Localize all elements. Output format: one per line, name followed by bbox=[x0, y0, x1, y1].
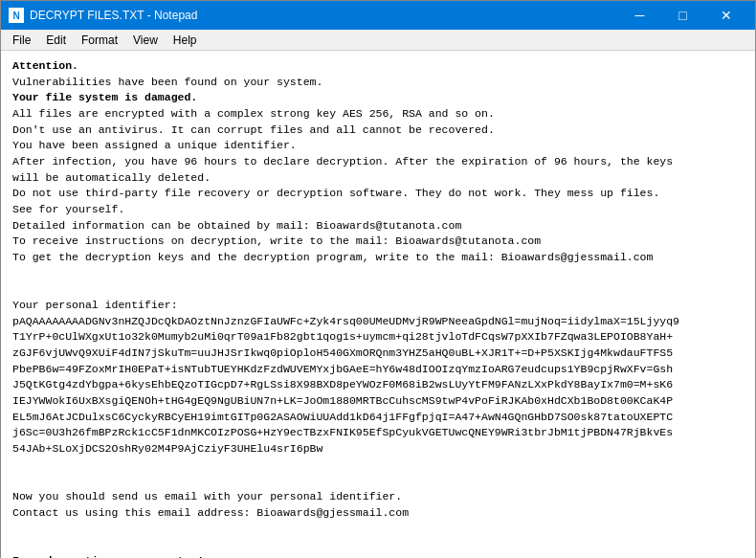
text-line: Now you should send us email with your p… bbox=[12, 489, 744, 505]
text-line: Do not use third-party file recovery or … bbox=[12, 186, 744, 202]
text-line: To get the decryption keys and the decry… bbox=[12, 250, 744, 266]
title-bar: N DECRYPT FILES.TXT - Notepad ─ □ ✕ bbox=[1, 1, 755, 30]
notepad-window: N DECRYPT FILES.TXT - Notepad ─ □ ✕ File… bbox=[0, 0, 756, 558]
text-line: IEJYWWokI6UxBXsgiQENOh+tHG4gEQ9NgUBiUN7n… bbox=[12, 393, 744, 410]
close-button[interactable]: ✕ bbox=[704, 1, 747, 30]
text-line: All files are encrypted with a complex s… bbox=[12, 106, 744, 123]
text-line: See for yourself. bbox=[12, 202, 744, 218]
text-line: Detailed information can be obtained by … bbox=[12, 218, 744, 234]
text-line: Attention. bbox=[12, 58, 744, 75]
text-line: j6Sc=0U3h26fmBPzRck1cC5F1dnMKCOIzPOSG+Hz… bbox=[12, 425, 744, 441]
text-line: PbePB6w=49FZoxMrIH0EPaT+isNTubTUEYHKdzFz… bbox=[12, 362, 744, 378]
text-line bbox=[12, 266, 744, 282]
text-line: Free decryption as guarantee! bbox=[12, 553, 744, 558]
text-line: You have been assigned a unique identifi… bbox=[12, 138, 744, 154]
text-line bbox=[12, 537, 744, 553]
text-line: Vulnerabilities have been found on your … bbox=[12, 75, 744, 91]
title-bar-left: N DECRYPT FILES.TXT - Notepad bbox=[9, 8, 197, 23]
menu-edit[interactable]: Edit bbox=[38, 32, 74, 49]
text-line: To receive instructions on decryption, w… bbox=[12, 234, 744, 250]
minimize-button[interactable]: ─ bbox=[618, 1, 661, 30]
menu-bar: File Edit Format View Help bbox=[1, 30, 755, 51]
text-line: After infection, you have 96 hours to de… bbox=[12, 154, 744, 170]
text-line: zGJF6vjUWvQ9XUiF4dIN7jSkuTm=uuJHJSrIkwq0… bbox=[12, 346, 744, 362]
text-line: 54JAb+SLoXjDCS2OshRy02M4P9AjCziyF3UHElu4… bbox=[12, 441, 744, 458]
notepad-icon: N bbox=[9, 8, 24, 23]
text-content-area[interactable]: Attention.Vulnerabilities have been foun… bbox=[1, 51, 755, 558]
text-line: EL5mJ6AtJCDulxsC6CyckyRBCyEH19imtGITp0G2… bbox=[12, 410, 744, 426]
text-line: Your file system is damaged. bbox=[12, 90, 744, 106]
text-line bbox=[12, 521, 744, 537]
text-line bbox=[12, 281, 744, 298]
menu-help[interactable]: Help bbox=[166, 32, 205, 49]
title-bar-controls: ─ □ ✕ bbox=[618, 1, 747, 30]
window-title: DECRYPT FILES.TXT - Notepad bbox=[30, 9, 197, 22]
menu-file[interactable]: File bbox=[5, 32, 38, 49]
text-line: T1YrP+0cUlWXgxUt1o32k0Mumyb2uMi0qrT09a1F… bbox=[12, 329, 744, 346]
text-line: pAQAAAAAAAADGNv3nHZQJDcQkDAOztNnJznzGFIa… bbox=[12, 314, 744, 330]
text-line: will be automatically deleted. bbox=[12, 170, 744, 187]
text-line: Your personal identifier: bbox=[12, 298, 744, 314]
menu-format[interactable]: Format bbox=[74, 32, 125, 49]
maximize-button[interactable]: □ bbox=[661, 1, 704, 30]
text-line: Don't use an antivirus. It can corrupt f… bbox=[12, 123, 744, 139]
text-line bbox=[12, 458, 744, 474]
menu-view[interactable]: View bbox=[125, 32, 166, 49]
text-line: Contact us using this email address: Bio… bbox=[12, 505, 744, 522]
text-line bbox=[12, 473, 744, 489]
text-line: J5QtKGtg4zdYbgpa+6kysEhbEQzoTIGcpD7+RgLS… bbox=[12, 377, 744, 393]
